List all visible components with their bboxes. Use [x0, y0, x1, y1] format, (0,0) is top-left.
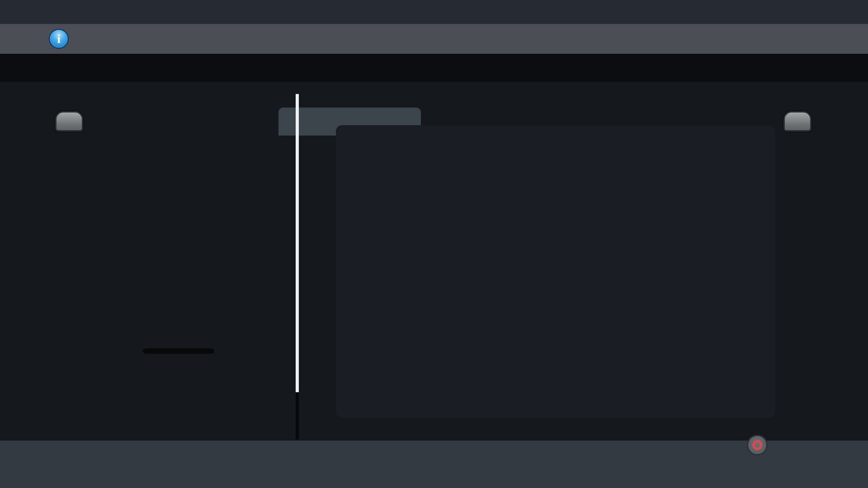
happiness-tooltip	[143, 348, 214, 354]
info-icon[interactable]: i	[49, 29, 69, 49]
statistics-chart	[336, 125, 775, 418]
statistics-list	[70, 90, 296, 441]
header-bar	[0, 24, 868, 54]
top-strip	[0, 0, 868, 24]
list-scrollbar-thumb[interactable]	[296, 94, 299, 392]
circle-button-icon	[747, 435, 768, 455]
right-bumper-icon[interactable]	[783, 111, 811, 131]
tab-bar	[0, 54, 868, 82]
statistics-chart-panel	[336, 125, 775, 418]
list-scrollbar[interactable]	[296, 94, 299, 440]
statistics-screen: i	[0, 0, 868, 488]
footer-bar	[0, 441, 868, 488]
